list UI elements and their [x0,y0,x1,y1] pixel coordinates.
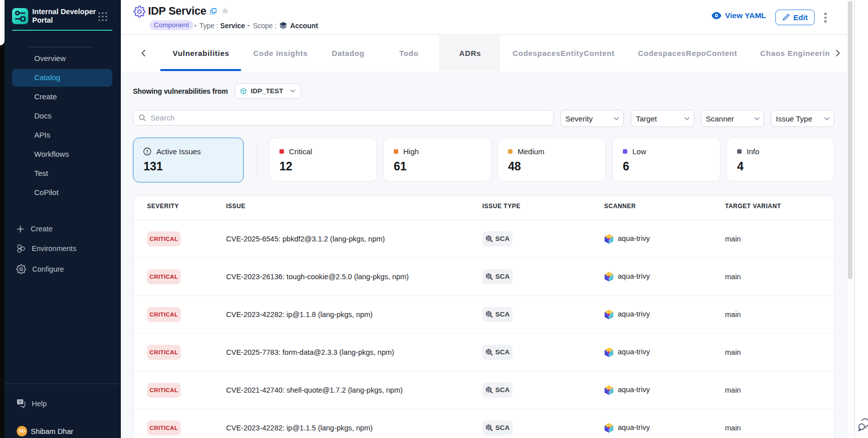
svg-text:?: ? [19,400,22,404]
